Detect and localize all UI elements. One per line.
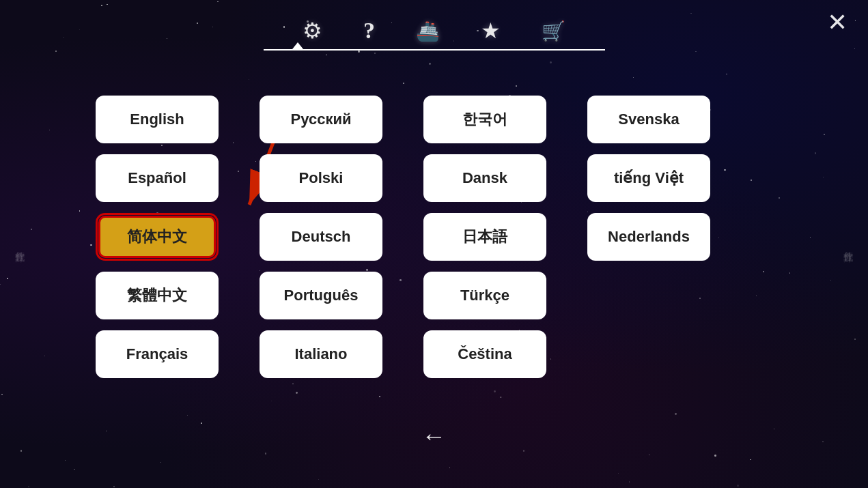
lang-btn-russian[interactable]: Русский — [260, 96, 382, 143]
lang-btn-svenska[interactable]: Svenska — [587, 96, 710, 143]
back-button[interactable]: ← — [422, 422, 447, 450]
lang-cell-empty-4-4 — [587, 272, 609, 319]
lang-btn-english[interactable]: English — [96, 96, 219, 143]
nav-underline — [264, 49, 605, 51]
nav-favorites-icon[interactable]: ★ — [481, 18, 501, 44]
nav-settings-icon[interactable]: ⚙ — [303, 18, 322, 44]
lang-btn-japanese[interactable]: 日本語 — [423, 213, 546, 261]
lang-btn-francais[interactable]: Français — [96, 330, 219, 378]
lang-cell-empty-4-5 — [587, 330, 609, 378]
lang-btn-dansk[interactable]: Dansk — [423, 154, 546, 202]
close-button[interactable]: ✕ — [827, 10, 848, 35]
top-nav: ⚙ ? 🚢 ★ 🛒 — [0, 0, 868, 61]
lang-btn-portugues[interactable]: Português — [260, 272, 382, 319]
lang-btn-deutsch[interactable]: Deutsch — [260, 213, 382, 261]
lang-btn-italiano[interactable]: Italiano — [260, 330, 382, 378]
lang-btn-traditional-chinese[interactable]: 繁體中文 — [96, 272, 219, 319]
nav-help-icon[interactable]: ? — [363, 18, 375, 44]
lang-btn-turkce[interactable]: Türkçe — [423, 272, 546, 319]
lang-btn-nederlands[interactable]: Nederlands — [587, 213, 710, 261]
nav-shop-icon[interactable]: 🛒 — [542, 20, 565, 42]
lang-btn-polski[interactable]: Polski — [260, 154, 382, 202]
lang-btn-cestina[interactable]: Čeština — [423, 330, 546, 378]
lang-btn-simplified-chinese[interactable]: 简体中文 — [98, 216, 216, 258]
lang-btn-espanol[interactable]: Español — [96, 154, 219, 202]
lang-btn-korean[interactable]: 한국어 — [423, 96, 546, 143]
language-grid: EnglishРусский한국어SvenskaEspañolPolskiDan… — [96, 96, 827, 378]
nav-game-icon[interactable]: 🚢 — [416, 20, 440, 42]
lang-btn-tieng-viet[interactable]: tiếng Việt — [587, 154, 710, 202]
